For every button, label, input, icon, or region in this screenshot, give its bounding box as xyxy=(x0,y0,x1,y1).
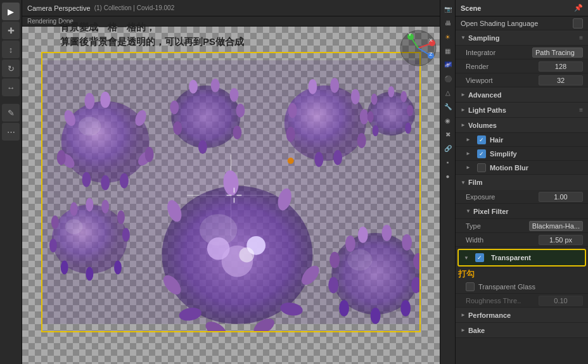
light-paths-label: Light Paths xyxy=(468,106,506,114)
roughness-value[interactable]: 0.10 xyxy=(539,296,583,306)
osl-label: Open Shading Language xyxy=(461,20,573,27)
pixel-filter-label: Pixel Filter xyxy=(473,208,509,215)
volumes-arrow: ► xyxy=(461,122,466,128)
tool-move[interactable]: ↕ xyxy=(2,41,20,58)
modifier-icon[interactable]: 🔧 xyxy=(442,100,454,113)
osl-toggle[interactable] xyxy=(573,18,583,28)
tool-cursor[interactable]: ✚ xyxy=(2,22,20,39)
object-icon[interactable]: △ xyxy=(442,86,454,99)
svg-point-25 xyxy=(57,150,66,165)
world-icon[interactable]: ⚫ xyxy=(442,72,454,85)
chukou-label: 打勾 xyxy=(458,268,475,280)
pf-width-value[interactable]: 1.50 px xyxy=(539,235,583,245)
light-paths-header[interactable]: ► Light Paths ≡ xyxy=(456,103,588,118)
svg-point-19 xyxy=(100,92,110,108)
integrator-dropdown[interactable]: Path Tracing xyxy=(532,47,583,58)
tool-measure[interactable]: ⋯ xyxy=(2,123,20,141)
pf-type-value[interactable]: Blackman-Ha... xyxy=(529,221,583,231)
pf-width-row: Width 1.50 px xyxy=(456,233,588,247)
film-header[interactable]: ▼ Film xyxy=(456,175,588,190)
particles-icon[interactable]: ◉ xyxy=(442,114,454,127)
motion-blur-checkbox[interactable] xyxy=(477,163,486,172)
svg-point-53 xyxy=(407,105,413,116)
simplify-checkbox[interactable]: ✓ xyxy=(477,149,486,158)
svg-point-54 xyxy=(405,122,411,134)
transparent-label: Transparent xyxy=(491,254,531,261)
sampling-menu-icon[interactable]: ≡ xyxy=(579,34,583,41)
sampling-header[interactable]: ▼ Sampling ≡ xyxy=(456,30,588,46)
exposure-row: Exposure 1.00 xyxy=(456,190,588,204)
motion-blur-label: Motion Blur xyxy=(490,164,528,172)
svg-point-17 xyxy=(239,248,254,263)
svg-point-37 xyxy=(170,101,179,115)
roughness-row: Roughness Thre.. 0.10 xyxy=(456,294,588,308)
render-icon[interactable]: ☀ xyxy=(442,30,454,43)
light-paths-menu[interactable]: ≡ xyxy=(579,106,583,113)
performance-arrow: ► xyxy=(461,312,466,318)
constraints-icon[interactable]: 🔗 xyxy=(442,142,454,154)
scene-icon[interactable]: 📷 xyxy=(442,3,454,15)
svg-point-26 xyxy=(84,93,94,110)
render-value[interactable]: 128 xyxy=(539,61,583,72)
viewport-row: Viewport 32 xyxy=(456,73,588,87)
viewport-canvas[interactable]: X Y Z xyxy=(22,27,440,364)
transparent-checkbox[interactable]: ✓ xyxy=(475,253,484,262)
advanced-header[interactable]: ► Advanced xyxy=(456,87,588,103)
svg-point-52 xyxy=(400,91,407,103)
viewport-value[interactable]: 32 xyxy=(539,75,583,85)
transparent-glass-checkbox[interactable] xyxy=(466,282,475,291)
scene-title: Scene xyxy=(461,4,574,12)
svg-point-57 xyxy=(373,125,379,136)
data-icon[interactable]: ▪ xyxy=(442,156,454,168)
svg-point-78 xyxy=(328,277,338,293)
osl-row: Open Shading Language xyxy=(456,16,588,30)
motion-blur-row: ► Motion Blur xyxy=(456,161,588,175)
film-label: Film xyxy=(468,179,483,186)
hair-arrow: ► xyxy=(466,137,471,142)
volumes-header[interactable]: ► Volumes xyxy=(456,118,588,133)
svg-point-49 xyxy=(333,150,342,165)
hair-checkbox[interactable]: ✓ xyxy=(477,135,486,144)
render-label: Render xyxy=(466,63,539,70)
advanced-arrow: ► xyxy=(461,92,466,97)
exposure-value[interactable]: 1.00 xyxy=(539,192,583,202)
svg-point-67 xyxy=(86,267,93,281)
transparent-arrow: ▼ xyxy=(464,255,469,261)
performance-header[interactable]: ► Performance xyxy=(456,308,588,323)
svg-point-18 xyxy=(61,101,150,183)
svg-point-56 xyxy=(368,111,374,123)
svg-point-39 xyxy=(198,140,207,154)
viewport-area: Camera Perspective (1) Collection | Covi… xyxy=(22,0,440,364)
physics-icon[interactable]: ✖ xyxy=(442,128,454,141)
transparent-section: ▼ ✓ Transparent xyxy=(457,249,586,267)
pin-icon[interactable]: 📌 xyxy=(574,4,583,12)
tool-select[interactable]: ▶ xyxy=(2,3,20,20)
film-arrow: ▼ xyxy=(461,180,466,185)
pixel-filter-arrow: ▼ xyxy=(466,208,471,214)
exposure-label: Exposure xyxy=(466,193,539,201)
svg-point-65 xyxy=(49,239,57,253)
svg-text:X: X xyxy=(429,37,433,43)
tool-annotate[interactable]: ✎ xyxy=(2,104,20,122)
svg-point-24 xyxy=(145,147,154,162)
svg-point-72 xyxy=(382,225,392,241)
svg-point-45 xyxy=(357,133,366,148)
pixel-filter-header[interactable]: ▼ Pixel Filter xyxy=(456,204,588,219)
roughness-label: Roughness Thre.. xyxy=(466,297,539,304)
svg-point-64 xyxy=(51,215,59,229)
svg-point-42 xyxy=(330,78,339,93)
light-paths-arrow: ► xyxy=(461,107,466,113)
transparent-header[interactable]: ▼ ✓ Transparent xyxy=(459,250,585,265)
bake-header[interactable]: ► Bake xyxy=(456,323,588,338)
scene-props-icon[interactable]: 🌌 xyxy=(442,58,454,71)
svg-point-46 xyxy=(288,103,297,118)
view-layer-icon[interactable]: ▦ xyxy=(442,44,454,57)
tool-rotate[interactable]: ↻ xyxy=(2,60,20,77)
volumes-label: Volumes xyxy=(468,122,497,129)
render-row: Render 128 xyxy=(456,60,588,73)
svg-point-68 xyxy=(114,261,122,275)
properties-panel: Scene 📌 Open Shading Language ▼ Sampling… xyxy=(455,0,588,364)
tool-scale[interactable]: ↔ xyxy=(2,78,20,96)
material-icon[interactable]: ● xyxy=(442,170,454,182)
output-icon[interactable]: 🖶 xyxy=(442,16,454,29)
